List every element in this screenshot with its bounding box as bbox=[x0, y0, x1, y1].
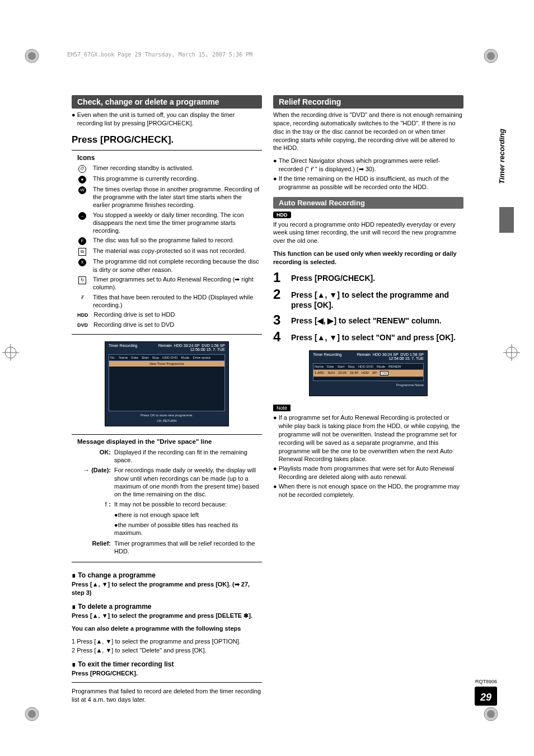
to-change-heading: To change a programme bbox=[72, 571, 262, 579]
record-icon: ● bbox=[77, 175, 87, 184]
content-columns: Check, change or delete a programme ●Eve… bbox=[72, 95, 463, 704]
to-delete-body: Press [▲, ▼] to select the programme and… bbox=[72, 612, 262, 620]
step-text: Press [◀, ▶] to select "RENEW" column. bbox=[291, 313, 442, 327]
print-header: EH57_67GX.book Page 29 Thursday, March 1… bbox=[67, 51, 252, 58]
step-number: 2 bbox=[273, 288, 285, 310]
overlap-icon: W bbox=[77, 185, 87, 209]
error-icon: X bbox=[77, 257, 87, 274]
to-change-body: Press [▲, ▼] to select the programme and… bbox=[72, 580, 262, 597]
relief-icon: r⃗ bbox=[77, 293, 87, 309]
full-icon: F bbox=[77, 236, 87, 245]
step-text: Press [▲, ▼] to select the programme and… bbox=[291, 288, 463, 310]
hdd-label: HDD bbox=[77, 311, 88, 319]
note-3: When there is not enough space on the HD… bbox=[279, 482, 463, 499]
also-step-1: 1 Press [▲, ▼] to select the programme a… bbox=[72, 637, 262, 646]
hdd-badge: HDD bbox=[273, 212, 291, 218]
drive-space-box: Message displayed in the "Drive space" l… bbox=[72, 434, 262, 563]
icons-title: Icons bbox=[77, 154, 260, 162]
ui-screenshot-small: Timer Recording Remain HDD 30:24 SP DVD … bbox=[273, 350, 463, 396]
note-2: Playlists made from programmes that were… bbox=[279, 464, 463, 481]
icon-desc: Recording drive is set to HDD bbox=[94, 311, 175, 319]
step-text: Press [PROG/CHECK]. bbox=[291, 271, 375, 284]
right-column: Relief Recording When the recording driv… bbox=[273, 95, 463, 704]
icon-desc: This programme is currently recording. bbox=[93, 175, 198, 184]
also-heading: You can also delete a programme with the… bbox=[72, 624, 262, 633]
registration-mark-icon bbox=[2, 344, 19, 361]
renew-icon: ↻ bbox=[77, 275, 87, 292]
left-column: Check, change or delete a programme ●Eve… bbox=[72, 95, 262, 704]
intro-text: Even when the unit is turned off, you ca… bbox=[77, 111, 262, 128]
svg-point-3 bbox=[487, 52, 495, 60]
crop-mark-icon bbox=[483, 48, 499, 64]
step-text: Press [▲, ▼] to select "ON" and press [O… bbox=[291, 330, 456, 344]
ui-title: Timer Recording bbox=[109, 344, 137, 351]
crop-mark-icon bbox=[483, 706, 499, 722]
icons-box: Icons ⏱Timer recording standby is activa… bbox=[72, 150, 262, 335]
svg-point-7 bbox=[487, 710, 495, 718]
relief-bullet-1: The Direct Navigator shows which program… bbox=[279, 157, 463, 173]
step-number: 1 bbox=[273, 271, 285, 284]
note-1: If a programme set for Auto Renewal Reco… bbox=[279, 414, 463, 463]
relief-bullet-2: If the time remaining on the HDD is insu… bbox=[279, 175, 463, 191]
icon-desc: The programme did not complete recording… bbox=[93, 257, 260, 274]
icon-desc: The material was copy-protected so it wa… bbox=[93, 247, 246, 256]
stopped-icon: – bbox=[77, 211, 87, 235]
clock-icon: ⏱ bbox=[77, 164, 87, 173]
drive-space-title: Message displayed in the "Drive space" l… bbox=[77, 438, 260, 445]
icon-desc: You stopped a weekly or daily timer reco… bbox=[93, 211, 260, 235]
side-tab-label: Timer recording bbox=[498, 129, 506, 184]
icon-desc: Timer programmes set to Auto Renewal Rec… bbox=[93, 275, 260, 292]
crop-mark-icon bbox=[24, 48, 40, 64]
registration-mark-icon bbox=[503, 344, 520, 361]
svg-point-5 bbox=[28, 710, 36, 718]
arr-intro: If you record a programme onto HDD repea… bbox=[273, 220, 463, 246]
arr-bold: This function can be used only when week… bbox=[273, 250, 463, 266]
icon-desc: Recording drive is set to DVD bbox=[93, 321, 174, 329]
to-delete-heading: To delete a programme bbox=[72, 603, 262, 611]
also-step-2: 2 Press [▲, ▼] to select "Delete" and pr… bbox=[72, 646, 262, 655]
dvd-label: DVD bbox=[77, 321, 88, 329]
final-note: Programmes that failed to record are del… bbox=[72, 687, 262, 704]
crop-mark-icon bbox=[24, 706, 40, 722]
side-index-icon bbox=[499, 207, 514, 233]
page: EH57_67GX.book Page 29 Thursday, March 1… bbox=[0, 0, 534, 756]
icon-desc: Timer recording standby is activated. bbox=[93, 164, 193, 173]
ui-screenshot: Timer Recording Remain HDD 30:24 SP DVD … bbox=[72, 341, 262, 426]
note-badge: Note bbox=[273, 405, 291, 411]
svg-point-1 bbox=[28, 52, 36, 60]
step-number: 3 bbox=[273, 313, 285, 327]
icon-desc: The times overlap those in another progr… bbox=[93, 185, 260, 209]
copy-protect-icon: ⧉ bbox=[77, 247, 87, 256]
section-heading: Check, change or delete a programme bbox=[72, 95, 262, 109]
icon-desc: Titles that have been rerouted to the HD… bbox=[93, 293, 260, 309]
icon-desc: The disc was full so the programme faile… bbox=[93, 236, 235, 245]
step-number: 4 bbox=[273, 330, 285, 344]
to-exit-heading: To exit the timer recording list bbox=[72, 660, 262, 668]
page-number: 29 bbox=[475, 687, 497, 706]
relief-intro: When the recording drive is "DVD" and th… bbox=[273, 111, 463, 152]
auto-renewal-heading: Auto Renewal Recording bbox=[273, 197, 463, 209]
press-heading: Press [PROG/CHECK]. bbox=[72, 134, 262, 145]
to-exit-body: Press [PROG/CHECK]. bbox=[72, 669, 262, 678]
relief-heading: Relief Recording bbox=[273, 95, 463, 109]
doc-code: RQT8906 bbox=[475, 679, 497, 684]
